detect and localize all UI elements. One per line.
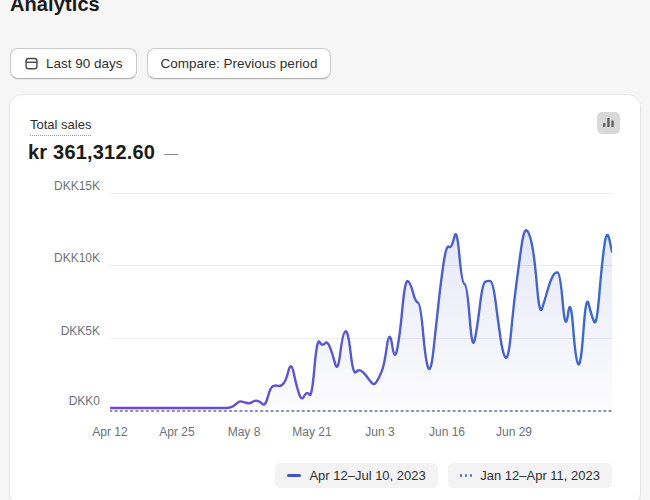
date-range-label: Last 90 days xyxy=(46,56,123,71)
compare-button[interactable]: Compare: Previous period xyxy=(147,48,332,79)
calendar-icon xyxy=(24,56,39,71)
legend-previous-period[interactable]: Jan 12–Apr 11, 2023 xyxy=(448,463,612,488)
x-axis: Apr 12 Apr 25 May 8 May 21 Jun 3 Jun 16 … xyxy=(110,425,612,441)
bar-chart-icon xyxy=(602,116,615,131)
metric-value: kr 361,312.60 xyxy=(28,141,155,164)
chart-legend: Apr 12–Jul 10, 2023 Jan 12–Apr 11, 2023 xyxy=(275,463,612,488)
x-tick-label: Apr 12 xyxy=(92,425,127,439)
solid-line-swatch-icon xyxy=(287,474,301,477)
x-tick-label: Apr 25 xyxy=(159,425,194,439)
y-tick-label: DKK15K xyxy=(10,179,100,193)
total-sales-chart[interactable] xyxy=(110,185,612,415)
page-title: Analytics xyxy=(10,0,100,16)
sales-area-fill xyxy=(110,230,612,408)
x-tick-label: Jun 29 xyxy=(496,425,532,439)
dotted-line-swatch-icon xyxy=(460,474,473,477)
x-tick-label: May 21 xyxy=(292,425,331,439)
y-tick-label: DKK0 xyxy=(10,394,100,408)
legend-previous-label: Jan 12–Apr 11, 2023 xyxy=(480,468,600,483)
legend-current-label: Apr 12–Jul 10, 2023 xyxy=(309,468,425,483)
legend-current-period[interactable]: Apr 12–Jul 10, 2023 xyxy=(275,463,437,488)
date-range-button[interactable]: Last 90 days xyxy=(10,48,137,79)
line-chart-svg xyxy=(110,185,612,415)
compare-label: Compare: Previous period xyxy=(161,56,318,71)
y-tick-label: DKK5K xyxy=(10,324,100,338)
toolbar: Last 90 days Compare: Previous period xyxy=(10,48,331,79)
x-tick-label: Jun 16 xyxy=(429,425,465,439)
x-tick-label: May 8 xyxy=(228,425,261,439)
metric-label[interactable]: Total sales xyxy=(30,117,91,136)
metric-change-indicator: — xyxy=(164,145,178,161)
metric-row: kr 361,312.60 — xyxy=(28,141,178,164)
x-tick-label: Jun 3 xyxy=(365,425,394,439)
chart-type-button[interactable] xyxy=(597,112,620,134)
y-tick-label: DKK10K xyxy=(10,251,100,265)
total-sales-card: Total sales kr 361,312.60 — DKK15K DKK10… xyxy=(10,95,640,500)
